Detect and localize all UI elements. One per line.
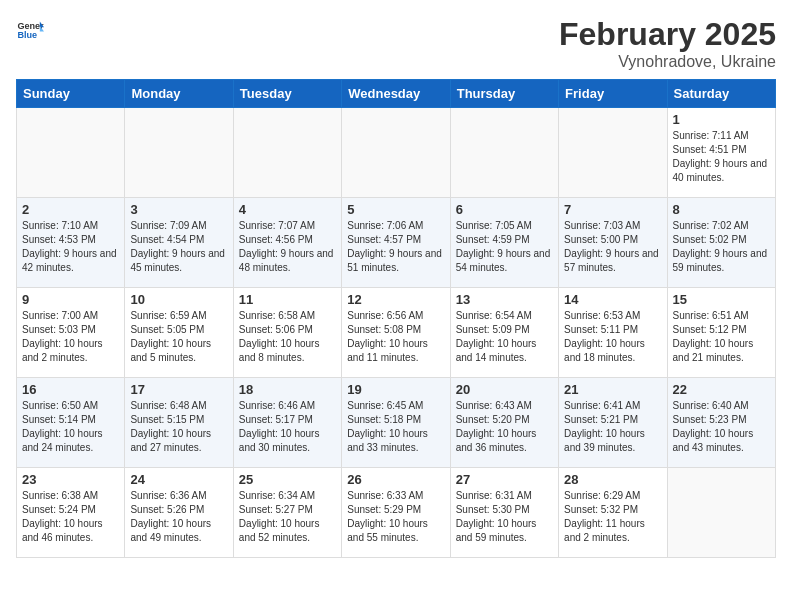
- day-number: 18: [239, 382, 336, 397]
- day-number: 15: [673, 292, 770, 307]
- day-info: Sunrise: 7:05 AM Sunset: 4:59 PM Dayligh…: [456, 219, 553, 275]
- day-number: 2: [22, 202, 119, 217]
- month-title: February 2025: [559, 16, 776, 53]
- calendar-day-cell: [125, 108, 233, 198]
- day-info: Sunrise: 6:56 AM Sunset: 5:08 PM Dayligh…: [347, 309, 444, 365]
- day-number: 22: [673, 382, 770, 397]
- calendar-day-cell: 5Sunrise: 7:06 AM Sunset: 4:57 PM Daylig…: [342, 198, 450, 288]
- calendar-day-cell: 23Sunrise: 6:38 AM Sunset: 5:24 PM Dayli…: [17, 468, 125, 558]
- calendar-day-cell: 12Sunrise: 6:56 AM Sunset: 5:08 PM Dayli…: [342, 288, 450, 378]
- calendar-day-cell: 7Sunrise: 7:03 AM Sunset: 5:00 PM Daylig…: [559, 198, 667, 288]
- weekday-header: Tuesday: [233, 80, 341, 108]
- calendar-week-row: 9Sunrise: 7:00 AM Sunset: 5:03 PM Daylig…: [17, 288, 776, 378]
- calendar-week-row: 1Sunrise: 7:11 AM Sunset: 4:51 PM Daylig…: [17, 108, 776, 198]
- calendar-day-cell: [17, 108, 125, 198]
- svg-text:Blue: Blue: [17, 30, 37, 40]
- day-number: 20: [456, 382, 553, 397]
- calendar-day-cell: 16Sunrise: 6:50 AM Sunset: 5:14 PM Dayli…: [17, 378, 125, 468]
- calendar-day-cell: 9Sunrise: 7:00 AM Sunset: 5:03 PM Daylig…: [17, 288, 125, 378]
- calendar-day-cell: 28Sunrise: 6:29 AM Sunset: 5:32 PM Dayli…: [559, 468, 667, 558]
- weekday-header: Saturday: [667, 80, 775, 108]
- title-area: February 2025 Vynohradove, Ukraine: [559, 16, 776, 71]
- day-info: Sunrise: 7:02 AM Sunset: 5:02 PM Dayligh…: [673, 219, 770, 275]
- calendar-day-cell: [559, 108, 667, 198]
- calendar-day-cell: [450, 108, 558, 198]
- calendar-day-cell: 4Sunrise: 7:07 AM Sunset: 4:56 PM Daylig…: [233, 198, 341, 288]
- day-number: 17: [130, 382, 227, 397]
- day-number: 16: [22, 382, 119, 397]
- day-info: Sunrise: 6:34 AM Sunset: 5:27 PM Dayligh…: [239, 489, 336, 545]
- day-info: Sunrise: 6:54 AM Sunset: 5:09 PM Dayligh…: [456, 309, 553, 365]
- day-info: Sunrise: 6:41 AM Sunset: 5:21 PM Dayligh…: [564, 399, 661, 455]
- day-info: Sunrise: 6:53 AM Sunset: 5:11 PM Dayligh…: [564, 309, 661, 365]
- calendar-day-cell: 20Sunrise: 6:43 AM Sunset: 5:20 PM Dayli…: [450, 378, 558, 468]
- weekday-header: Sunday: [17, 80, 125, 108]
- calendar-day-cell: 8Sunrise: 7:02 AM Sunset: 5:02 PM Daylig…: [667, 198, 775, 288]
- day-info: Sunrise: 6:59 AM Sunset: 5:05 PM Dayligh…: [130, 309, 227, 365]
- calendar-day-cell: 22Sunrise: 6:40 AM Sunset: 5:23 PM Dayli…: [667, 378, 775, 468]
- day-info: Sunrise: 6:45 AM Sunset: 5:18 PM Dayligh…: [347, 399, 444, 455]
- calendar-day-cell: 13Sunrise: 6:54 AM Sunset: 5:09 PM Dayli…: [450, 288, 558, 378]
- day-number: 10: [130, 292, 227, 307]
- day-number: 5: [347, 202, 444, 217]
- calendar-day-cell: 17Sunrise: 6:48 AM Sunset: 5:15 PM Dayli…: [125, 378, 233, 468]
- day-number: 24: [130, 472, 227, 487]
- calendar-day-cell: 3Sunrise: 7:09 AM Sunset: 4:54 PM Daylig…: [125, 198, 233, 288]
- day-number: 1: [673, 112, 770, 127]
- day-number: 4: [239, 202, 336, 217]
- weekday-header: Monday: [125, 80, 233, 108]
- day-number: 9: [22, 292, 119, 307]
- day-number: 26: [347, 472, 444, 487]
- logo: General Blue: [16, 16, 44, 44]
- day-info: Sunrise: 7:10 AM Sunset: 4:53 PM Dayligh…: [22, 219, 119, 275]
- day-number: 27: [456, 472, 553, 487]
- calendar-day-cell: 25Sunrise: 6:34 AM Sunset: 5:27 PM Dayli…: [233, 468, 341, 558]
- day-number: 28: [564, 472, 661, 487]
- day-info: Sunrise: 6:38 AM Sunset: 5:24 PM Dayligh…: [22, 489, 119, 545]
- calendar-day-cell: [667, 468, 775, 558]
- calendar-day-cell: 21Sunrise: 6:41 AM Sunset: 5:21 PM Dayli…: [559, 378, 667, 468]
- day-number: 7: [564, 202, 661, 217]
- day-number: 23: [22, 472, 119, 487]
- day-info: Sunrise: 6:51 AM Sunset: 5:12 PM Dayligh…: [673, 309, 770, 365]
- day-info: Sunrise: 7:00 AM Sunset: 5:03 PM Dayligh…: [22, 309, 119, 365]
- day-info: Sunrise: 7:09 AM Sunset: 4:54 PM Dayligh…: [130, 219, 227, 275]
- location-title: Vynohradove, Ukraine: [559, 53, 776, 71]
- day-info: Sunrise: 6:36 AM Sunset: 5:26 PM Dayligh…: [130, 489, 227, 545]
- day-info: Sunrise: 7:03 AM Sunset: 5:00 PM Dayligh…: [564, 219, 661, 275]
- day-number: 8: [673, 202, 770, 217]
- calendar-day-cell: 26Sunrise: 6:33 AM Sunset: 5:29 PM Dayli…: [342, 468, 450, 558]
- day-number: 25: [239, 472, 336, 487]
- calendar-day-cell: 18Sunrise: 6:46 AM Sunset: 5:17 PM Dayli…: [233, 378, 341, 468]
- day-info: Sunrise: 6:40 AM Sunset: 5:23 PM Dayligh…: [673, 399, 770, 455]
- day-number: 11: [239, 292, 336, 307]
- calendar-day-cell: 2Sunrise: 7:10 AM Sunset: 4:53 PM Daylig…: [17, 198, 125, 288]
- calendar-day-cell: 19Sunrise: 6:45 AM Sunset: 5:18 PM Dayli…: [342, 378, 450, 468]
- day-number: 3: [130, 202, 227, 217]
- weekday-header: Friday: [559, 80, 667, 108]
- calendar-day-cell: 27Sunrise: 6:31 AM Sunset: 5:30 PM Dayli…: [450, 468, 558, 558]
- weekday-header: Wednesday: [342, 80, 450, 108]
- day-info: Sunrise: 6:58 AM Sunset: 5:06 PM Dayligh…: [239, 309, 336, 365]
- weekday-header-row: SundayMondayTuesdayWednesdayThursdayFrid…: [17, 80, 776, 108]
- day-info: Sunrise: 6:46 AM Sunset: 5:17 PM Dayligh…: [239, 399, 336, 455]
- day-number: 6: [456, 202, 553, 217]
- day-info: Sunrise: 6:50 AM Sunset: 5:14 PM Dayligh…: [22, 399, 119, 455]
- calendar-day-cell: [342, 108, 450, 198]
- day-info: Sunrise: 7:07 AM Sunset: 4:56 PM Dayligh…: [239, 219, 336, 275]
- day-info: Sunrise: 6:31 AM Sunset: 5:30 PM Dayligh…: [456, 489, 553, 545]
- calendar-week-row: 2Sunrise: 7:10 AM Sunset: 4:53 PM Daylig…: [17, 198, 776, 288]
- day-number: 13: [456, 292, 553, 307]
- day-info: Sunrise: 6:29 AM Sunset: 5:32 PM Dayligh…: [564, 489, 661, 545]
- calendar-day-cell: 15Sunrise: 6:51 AM Sunset: 5:12 PM Dayli…: [667, 288, 775, 378]
- day-number: 19: [347, 382, 444, 397]
- header: General Blue February 2025 Vynohradove, …: [16, 16, 776, 71]
- day-info: Sunrise: 6:33 AM Sunset: 5:29 PM Dayligh…: [347, 489, 444, 545]
- calendar-day-cell: 10Sunrise: 6:59 AM Sunset: 5:05 PM Dayli…: [125, 288, 233, 378]
- day-number: 14: [564, 292, 661, 307]
- calendar-day-cell: 24Sunrise: 6:36 AM Sunset: 5:26 PM Dayli…: [125, 468, 233, 558]
- calendar-day-cell: 11Sunrise: 6:58 AM Sunset: 5:06 PM Dayli…: [233, 288, 341, 378]
- day-number: 12: [347, 292, 444, 307]
- day-number: 21: [564, 382, 661, 397]
- logo-icon: General Blue: [16, 16, 44, 44]
